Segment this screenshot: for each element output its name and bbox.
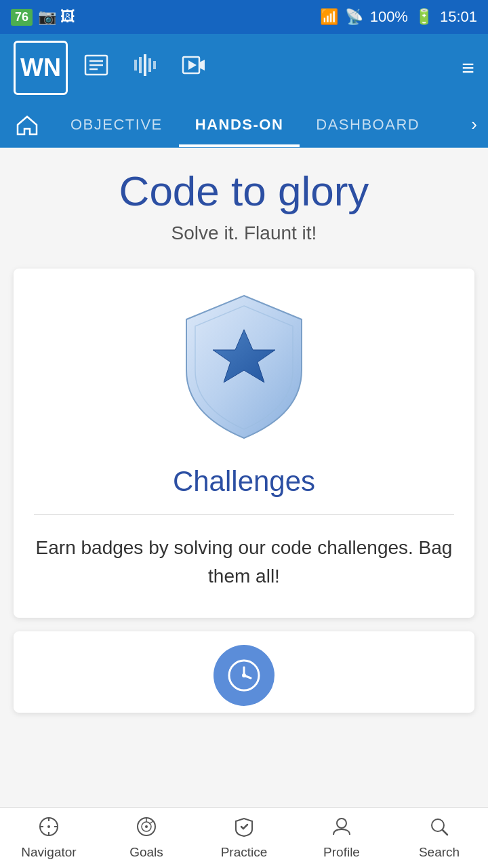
wifi-icon: 📶: [320, 8, 338, 26]
nav-search[interactable]: Search: [390, 808, 488, 868]
svg-rect-8: [153, 61, 156, 69]
svg-point-19: [47, 825, 50, 828]
main-content: Code to glory Solve it. Flaunt it!: [0, 148, 488, 812]
card-divider: [34, 514, 454, 515]
content-icon[interactable]: [84, 53, 108, 83]
card-title: Challenges: [34, 465, 454, 498]
nav-practice-label: Practice: [221, 845, 268, 860]
status-icons: 📷 🖼: [38, 8, 75, 26]
page-subtitle: Solve it. Flaunt it!: [14, 222, 474, 244]
tab-chevron-icon[interactable]: ›: [460, 114, 488, 135]
video-icon[interactable]: [182, 53, 206, 83]
clock-icon: [214, 645, 274, 706]
svg-point-29: [337, 818, 346, 828]
tab-hands-on[interactable]: HANDS-ON: [179, 102, 300, 147]
card-description: Earn badges by solving our code challeng…: [34, 534, 454, 591]
tab-objective[interactable]: OBJECTIVE: [54, 102, 179, 147]
svg-point-26: [145, 825, 148, 828]
peek-icons: [203, 645, 285, 713]
wn-logo[interactable]: WN: [14, 41, 68, 95]
audio-icon[interactable]: [133, 53, 157, 83]
nav-goals-label: Goals: [129, 845, 163, 860]
svg-rect-6: [144, 54, 146, 76]
practice-icon: [233, 816, 255, 842]
nav-navigator[interactable]: Navigator: [0, 808, 98, 868]
header-icons: [84, 53, 445, 83]
page-title: Code to glory: [14, 168, 474, 214]
profile-icon: [331, 816, 352, 842]
challenge-card: Challenges Earn badges by solving our co…: [14, 269, 474, 618]
svg-rect-7: [148, 58, 151, 72]
signal-icon: 📡: [345, 8, 363, 26]
nav-profile-label: Profile: [323, 845, 360, 860]
nav-profile[interactable]: Profile: [293, 808, 390, 868]
tab-home[interactable]: [0, 102, 54, 147]
svg-point-17: [242, 673, 246, 677]
svg-line-31: [443, 830, 447, 835]
navigator-icon: [38, 816, 60, 842]
nav-practice[interactable]: Practice: [195, 808, 293, 868]
bottom-nav: Navigator Goals Practice: [0, 807, 488, 868]
nav-navigator-label: Navigator: [21, 845, 76, 860]
nav-goals[interactable]: Goals: [98, 808, 195, 868]
battery-text: 100%: [370, 8, 408, 26]
goals-icon: [136, 816, 157, 842]
badge-shield: [34, 289, 454, 445]
nav-search-label: Search: [419, 845, 460, 860]
battery-icon: 🔋: [415, 8, 433, 26]
tab-bar: OBJECTIVE HANDS-ON DASHBOARD ›: [0, 102, 488, 148]
app-header: WN ≡: [0, 34, 488, 102]
tab-dashboard[interactable]: DASHBOARD: [300, 102, 436, 147]
menu-icon[interactable]: ≡: [462, 56, 474, 81]
status-badge: 76: [11, 9, 33, 26]
search-icon: [428, 816, 450, 842]
status-bar: 76 📷 🖼 📶 📡 100% 🔋 15:01: [0, 0, 488, 34]
second-card-peek: [14, 631, 474, 713]
svg-rect-5: [139, 57, 142, 73]
clock: 15:01: [440, 8, 477, 26]
svg-rect-4: [134, 60, 137, 71]
svg-marker-11: [188, 60, 197, 70]
